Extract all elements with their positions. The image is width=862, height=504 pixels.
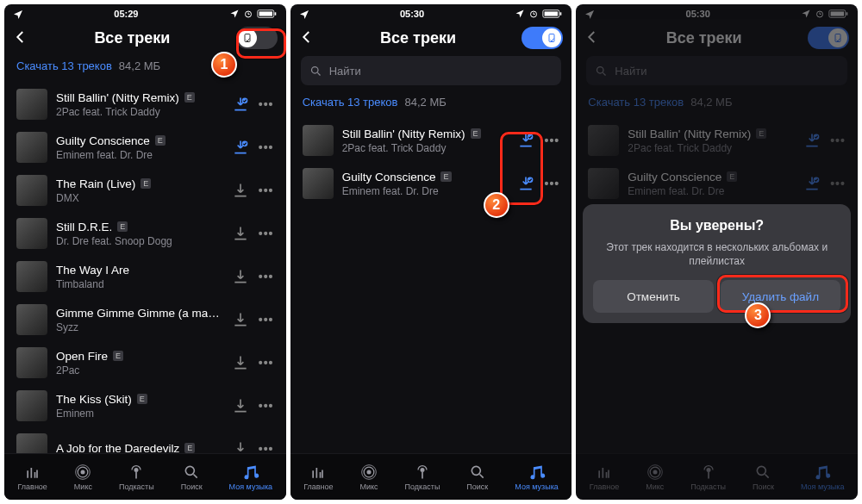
more-button[interactable]: ••• <box>259 313 274 327</box>
battery-icon <box>542 9 563 19</box>
more-button[interactable]: ••• <box>259 442 274 453</box>
tab-mix[interactable]: Микс <box>74 464 92 491</box>
album-art <box>16 304 47 335</box>
back-button[interactable] <box>13 29 28 47</box>
search-icon <box>309 65 322 78</box>
tab-mix[interactable]: Микс <box>646 464 664 491</box>
tab-podcasts[interactable]: Подкасты <box>690 464 726 491</box>
download-icon[interactable] <box>231 139 250 156</box>
search-input[interactable]: Найти <box>301 56 562 85</box>
download-all-link[interactable]: Скачать 13 треков <box>16 59 112 72</box>
download-icon[interactable] <box>231 268 250 285</box>
track-artist: DMX <box>56 192 222 204</box>
downloaded-toggle[interactable] <box>808 27 849 49</box>
download-icon[interactable] <box>231 182 250 199</box>
alarm-icon <box>528 9 539 19</box>
more-button[interactable]: ••• <box>259 140 274 154</box>
track-row[interactable]: Still D.R.E. E Dr. Dre feat. Snoop Dogg … <box>8 212 283 255</box>
tab-podcasts[interactable]: Подкасты <box>119 464 154 491</box>
more-button[interactable]: ••• <box>544 177 559 190</box>
downloaded-toggle[interactable] <box>522 27 563 49</box>
tab-podcasts[interactable]: Подкасты <box>405 464 440 491</box>
tab-my-music[interactable]: Моя музыка <box>801 464 845 491</box>
more-button[interactable]: ••• <box>259 356 274 370</box>
download-icon[interactable] <box>803 175 821 192</box>
track-list[interactable]: Still Ballin' (Nitty Remix) E 2Pac feat.… <box>290 119 572 453</box>
track-row[interactable]: Open Fire E 2Pac ••• <box>8 341 283 384</box>
track-artist: 2Pac feat. Trick Daddy <box>628 142 794 154</box>
track-artist: Dr. Dre feat. Snoop Dogg <box>56 235 222 247</box>
track-artist: Timbaland <box>56 278 222 290</box>
tab-bar: Главное Микс Подкасты Поиск Моя музыка <box>4 453 286 500</box>
tab-mix[interactable]: Микс <box>360 464 378 491</box>
tab-search[interactable]: Поиск <box>753 464 774 491</box>
track-name: The Kiss (Skit) <box>56 393 132 406</box>
tab-home[interactable]: Главное <box>590 464 619 491</box>
track-row[interactable]: Still Ballin' (Nitty Remix) E 2Pac feat.… <box>294 119 569 162</box>
back-button[interactable] <box>584 29 600 47</box>
download-icon[interactable] <box>231 225 250 242</box>
album-art <box>303 168 334 199</box>
track-artist: Eminem feat. Dr. Dre <box>56 149 222 161</box>
download-icon[interactable] <box>231 397 250 414</box>
cancel-button[interactable]: Отменить <box>593 280 713 313</box>
track-name: The Way I Are <box>56 264 129 277</box>
track-artist: 2Pac feat. Trick Daddy <box>342 142 509 154</box>
download-icon[interactable] <box>231 311 250 328</box>
track-row[interactable]: Guilty Conscience E Eminem feat. Dr. Dre… <box>579 162 854 205</box>
track-row[interactable]: A Job for the Daredevilz E ••• <box>8 427 283 453</box>
battery-icon <box>828 9 849 19</box>
track-artist: Eminem feat. Dr. Dre <box>342 185 509 197</box>
track-artist: 2Pac feat. Trick Daddy <box>56 106 222 118</box>
tab-search[interactable]: Поиск <box>466 464 488 491</box>
track-name: Still Ballin' (Nitty Remix) <box>342 128 465 140</box>
more-button[interactable]: ••• <box>259 184 274 197</box>
more-button[interactable]: ••• <box>830 177 846 190</box>
track-row[interactable]: Guilty Conscience E Eminem feat. Dr. Dre… <box>294 162 569 205</box>
track-name: Guilty Conscience <box>342 171 436 184</box>
more-button[interactable]: ••• <box>259 97 274 111</box>
download-icon[interactable] <box>231 440 250 453</box>
more-button[interactable]: ••• <box>544 134 559 147</box>
device-icon <box>242 33 253 43</box>
track-row[interactable]: The Rain (Live) E DMX ••• <box>8 169 283 212</box>
tab-home[interactable]: Главное <box>303 464 333 491</box>
tab-my-music[interactable]: Моя музыка <box>229 464 273 491</box>
more-button[interactable]: ••• <box>259 399 274 413</box>
alarm-icon <box>243 9 253 19</box>
tab-search[interactable]: Поиск <box>181 464 203 491</box>
track-list[interactable]: Still Ballin' (Nitty Remix) E 2Pac feat.… <box>4 83 286 453</box>
download-icon[interactable] <box>516 132 535 149</box>
track-row[interactable]: The Kiss (Skit) E Eminem ••• <box>8 384 283 427</box>
tab-my-music[interactable]: Моя музыка <box>515 464 559 491</box>
explicit-badge: E <box>440 171 451 182</box>
download-all-link[interactable]: Скачать 13 треков <box>303 96 398 109</box>
explicit-badge: E <box>141 178 151 189</box>
more-button[interactable]: ••• <box>259 270 274 283</box>
back-button[interactable] <box>299 29 315 47</box>
download-icon[interactable] <box>803 132 821 149</box>
album-art <box>303 125 334 156</box>
more-button[interactable]: ••• <box>830 134 846 147</box>
download-icon[interactable] <box>516 175 535 192</box>
more-button[interactable]: ••• <box>259 227 274 240</box>
download-icon[interactable] <box>231 96 250 113</box>
album-art <box>588 168 619 199</box>
delete-file-button[interactable]: Удалить файл <box>721 280 840 313</box>
download-all-link[interactable]: Скачать 13 треков <box>588 96 684 109</box>
status-bar: 05:30 <box>576 4 858 23</box>
header: Все треки <box>576 23 858 56</box>
track-row[interactable]: Still Ballin' (Nitty Remix) E 2Pac feat.… <box>8 83 283 126</box>
search-input[interactable]: Найти <box>586 56 847 85</box>
tab-home[interactable]: Главное <box>17 464 47 491</box>
download-icon[interactable] <box>231 354 250 371</box>
track-name: Guilty Conscience <box>628 171 721 184</box>
track-row[interactable]: The Way I Are Timbaland ••• <box>8 255 283 298</box>
track-row[interactable]: Still Ballin' (Nitty Remix) E 2Pac feat.… <box>579 119 854 162</box>
track-row[interactable]: Guilty Conscience E Eminem feat. Dr. Dre… <box>8 126 283 169</box>
airplane-icon <box>13 9 23 19</box>
track-name: Guilty Conscience <box>56 134 150 147</box>
header: Все треки <box>4 23 286 56</box>
downloaded-toggle[interactable] <box>236 27 278 49</box>
track-row[interactable]: Gimme Gimme Gimme (a man… Syzz ••• <box>8 298 283 341</box>
